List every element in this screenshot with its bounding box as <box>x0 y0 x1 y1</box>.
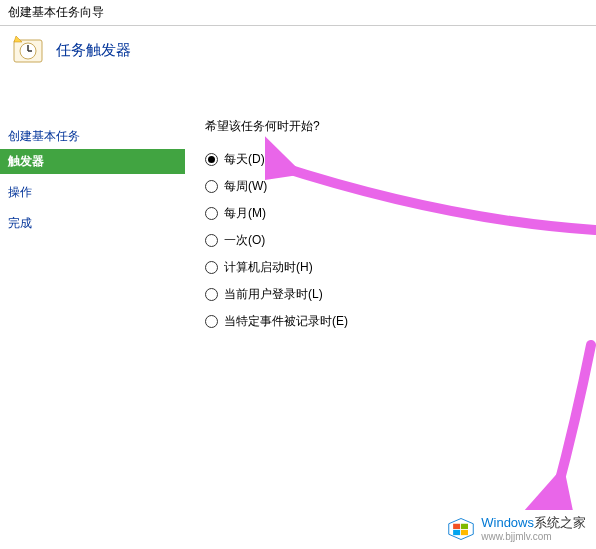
window-title: 创建基本任务向导 <box>0 0 596 25</box>
watermark: Windows系统之家 www.bjjmlv.com <box>447 515 586 543</box>
radio-label: 当前用户登录时(L) <box>224 286 323 303</box>
radio-icon <box>205 234 218 247</box>
radio-option-startup[interactable]: 计算机启动时(H) <box>205 259 596 276</box>
radio-label: 计算机启动时(H) <box>224 259 313 276</box>
trigger-radio-group: 每天(D) 每周(W) 每月(M) 一次(O) 计算机启动时(H) 当前用户登录… <box>205 151 596 330</box>
wizard-content: 创建基本任务 触发器 操作 完成 希望该任务何时开始? 每天(D) 每周(W) … <box>0 118 596 330</box>
watermark-url: www.bjjmlv.com <box>481 531 586 542</box>
watermark-brand-en: Windows <box>481 515 534 530</box>
radio-label: 每月(M) <box>224 205 266 222</box>
radio-label: 每天(D) <box>224 151 265 168</box>
radio-icon <box>205 288 218 301</box>
radio-option-once[interactable]: 一次(O) <box>205 232 596 249</box>
windows-logo-icon <box>447 515 475 543</box>
radio-option-monthly[interactable]: 每月(M) <box>205 205 596 222</box>
clock-icon <box>12 34 44 66</box>
sidebar-item-create-task[interactable]: 创建基本任务 <box>0 124 185 149</box>
svg-rect-5 <box>461 524 468 529</box>
sidebar-item-trigger[interactable]: 触发器 <box>0 149 185 174</box>
svg-rect-6 <box>453 530 460 535</box>
wizard-header-title: 任务触发器 <box>56 41 131 60</box>
sidebar-item-action[interactable]: 操作 <box>0 180 185 205</box>
watermark-text: Windows系统之家 www.bjjmlv.com <box>481 516 586 541</box>
radio-icon <box>205 261 218 274</box>
annotation-arrow-icon <box>516 340 596 510</box>
radio-option-event[interactable]: 当特定事件被记录时(E) <box>205 313 596 330</box>
radio-label: 每周(W) <box>224 178 267 195</box>
radio-icon <box>205 153 218 166</box>
wizard-header: 任务触发器 <box>0 26 596 78</box>
radio-option-weekly[interactable]: 每周(W) <box>205 178 596 195</box>
sidebar-item-finish[interactable]: 完成 <box>0 211 185 236</box>
radio-icon <box>205 180 218 193</box>
radio-option-daily[interactable]: 每天(D) <box>205 151 596 168</box>
trigger-question: 希望该任务何时开始? <box>205 118 596 135</box>
wizard-main: 希望该任务何时开始? 每天(D) 每周(W) 每月(M) 一次(O) 计算机启动… <box>185 118 596 330</box>
watermark-brand-cn: 系统之家 <box>534 515 586 530</box>
svg-rect-7 <box>461 530 468 535</box>
svg-rect-4 <box>453 524 460 529</box>
radio-option-logon[interactable]: 当前用户登录时(L) <box>205 286 596 303</box>
wizard-sidebar: 创建基本任务 触发器 操作 完成 <box>0 118 185 330</box>
radio-icon <box>205 315 218 328</box>
radio-label: 一次(O) <box>224 232 265 249</box>
radio-icon <box>205 207 218 220</box>
radio-label: 当特定事件被记录时(E) <box>224 313 348 330</box>
